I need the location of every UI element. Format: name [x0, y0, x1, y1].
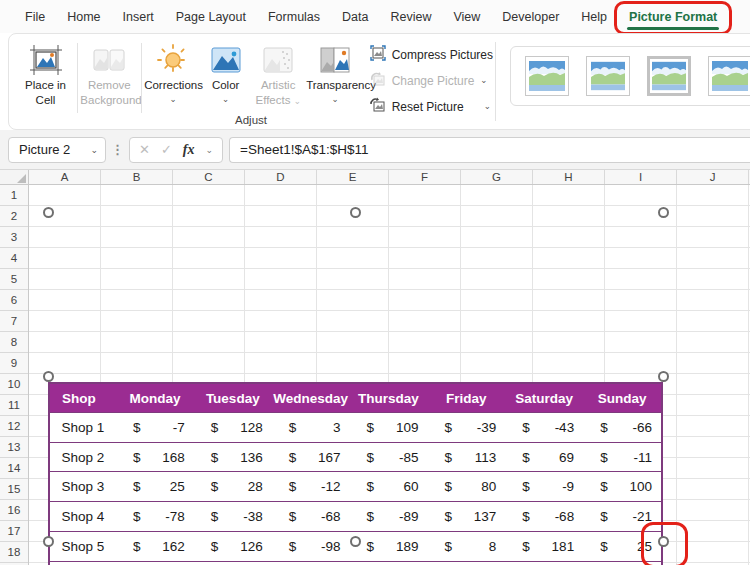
row-header-1[interactable]: 1 — [0, 185, 28, 206]
resize-handle-top-left[interactable] — [43, 207, 54, 218]
formula-bar-resize-handle[interactable]: ⋮ — [111, 142, 124, 157]
table-row-label: Shop 3 — [50, 479, 116, 494]
currency-symbol: $ — [522, 509, 530, 524]
select-all-corner[interactable] — [0, 170, 29, 184]
compress-pictures-button[interactable]: Compress Pictures — [370, 43, 493, 66]
name-box[interactable]: Picture 2 ⌄ — [8, 137, 106, 163]
tab-home[interactable]: Home — [56, 0, 111, 33]
column-header-G[interactable]: G — [461, 170, 533, 184]
table-cell: $100 — [583, 479, 661, 494]
tab-view[interactable]: View — [442, 0, 491, 33]
table-cell: $189 — [350, 539, 428, 554]
cancel-icon[interactable]: ✕ — [139, 142, 150, 157]
formula-controls: ✕ ✓ fx ⌄ — [129, 137, 223, 163]
color-label: Color — [212, 78, 239, 93]
table-cell: $3 — [272, 420, 350, 435]
currency-symbol: $ — [211, 509, 219, 524]
row-header-8[interactable]: 8 — [0, 332, 28, 353]
cell-value: 126 — [240, 539, 263, 554]
column-header-I[interactable]: I — [605, 170, 677, 184]
currency-symbol: $ — [211, 539, 219, 554]
row-header-3[interactable]: 3 — [0, 227, 28, 248]
resize-handle-bottom-center[interactable] — [350, 536, 361, 547]
picture-style-simple-frame[interactable] — [525, 56, 569, 96]
tab-insert[interactable]: Insert — [112, 0, 165, 33]
picture-style-white-frame[interactable] — [586, 56, 630, 96]
compress-pictures-icon — [370, 45, 386, 64]
row-header-11[interactable]: 11 — [0, 395, 28, 416]
table-row: Shop 4$-78$-38$-68$-89$137$-68$-21 — [50, 501, 661, 531]
currency-symbol: $ — [211, 450, 219, 465]
table-header-monday: Monday — [116, 391, 194, 406]
row-header-17[interactable]: 17 — [0, 521, 28, 542]
chevron-down-icon[interactable]: ⌄ — [90, 145, 98, 155]
cell-value: -11 — [633, 450, 652, 465]
currency-symbol: $ — [444, 479, 452, 494]
column-header-E[interactable]: E — [317, 170, 389, 184]
row-header-6[interactable]: 6 — [0, 290, 28, 311]
column-header-J[interactable]: J — [677, 170, 749, 184]
column-header-H[interactable]: H — [533, 170, 605, 184]
tab-help[interactable]: Help — [570, 0, 618, 33]
row-header-9[interactable]: 9 — [0, 353, 28, 374]
row-header-10[interactable]: 10 — [0, 374, 28, 395]
table-cell: $137 — [427, 509, 505, 524]
table-cell: $-43 — [505, 420, 583, 435]
formula-input[interactable]: =Sheet1!$A$1:$H$11 — [229, 137, 750, 163]
chevron-down-icon: ⌄ — [484, 102, 491, 111]
change-picture-button[interactable]: Change Picture ⌄ — [370, 69, 493, 92]
column-header-B[interactable]: B — [101, 170, 173, 184]
chevron-down-icon: ⌄ — [294, 96, 301, 106]
row-header-18[interactable]: 18 — [0, 542, 28, 563]
table-cell: $162 — [116, 539, 194, 554]
currency-symbol: $ — [289, 509, 297, 524]
picture-style-metal-frame[interactable] — [647, 56, 691, 96]
table-cell: $28 — [194, 479, 272, 494]
currency-symbol: $ — [211, 420, 219, 435]
column-header-F[interactable]: F — [389, 170, 461, 184]
row-header-4[interactable]: 4 — [0, 248, 28, 269]
table-header-shop: Shop — [50, 391, 116, 406]
transparency-icon — [319, 42, 351, 78]
row-header-15[interactable]: 15 — [0, 479, 28, 500]
tab-formulas[interactable]: Formulas — [257, 0, 331, 33]
resize-handle-bottom-right[interactable] — [658, 536, 669, 547]
column-header-D[interactable]: D — [245, 170, 317, 184]
resize-handle-middle-left[interactable] — [43, 371, 54, 382]
resize-handle-middle-right[interactable] — [658, 371, 669, 382]
table-cell: $-85 — [350, 450, 428, 465]
insert-function-icon[interactable]: fx — [183, 142, 195, 158]
resize-handle-top-center[interactable] — [350, 207, 361, 218]
row-header-2[interactable]: 2 — [0, 206, 28, 227]
row-header-13[interactable]: 13 — [0, 437, 28, 458]
tab-developer[interactable]: Developer — [491, 0, 570, 33]
tab-picture-format[interactable]: Picture Format — [618, 0, 728, 33]
resize-handle-top-right[interactable] — [658, 207, 669, 218]
tab-file[interactable]: File — [14, 0, 56, 33]
currency-symbol: $ — [367, 479, 375, 494]
cell-value: -38 — [243, 509, 263, 524]
column-header-C[interactable]: C — [173, 170, 245, 184]
ribbon-divider — [141, 43, 142, 113]
enter-icon[interactable]: ✓ — [161, 142, 172, 157]
tab-data[interactable]: Data — [331, 0, 379, 33]
chevron-down-icon[interactable]: ⌄ — [205, 145, 213, 155]
row-header-5[interactable]: 5 — [0, 269, 28, 290]
tab-review[interactable]: Review — [379, 0, 442, 33]
table-cell: $128 — [194, 420, 272, 435]
currency-symbol: $ — [289, 420, 297, 435]
picture-style-drop-shadow[interactable] — [708, 56, 750, 96]
currency-symbol: $ — [289, 450, 297, 465]
row-header-12[interactable]: 12 — [0, 416, 28, 437]
resize-handle-bottom-left[interactable] — [43, 536, 54, 547]
table-row: Shop 6$33$107$119$-32$177$22$18 — [50, 561, 661, 565]
table-row: Shop 2$168$136$167$-85$113$69$-11 — [50, 442, 661, 472]
row-header-7[interactable]: 7 — [0, 311, 28, 332]
chevron-down-icon: ⌄ — [480, 76, 487, 85]
tab-page-layout[interactable]: Page Layout — [165, 0, 257, 33]
column-header-A[interactable]: A — [29, 170, 101, 184]
cell-value: -85 — [399, 450, 419, 465]
cell-value: -78 — [165, 509, 185, 524]
row-header-16[interactable]: 16 — [0, 500, 28, 521]
row-header-14[interactable]: 14 — [0, 458, 28, 479]
